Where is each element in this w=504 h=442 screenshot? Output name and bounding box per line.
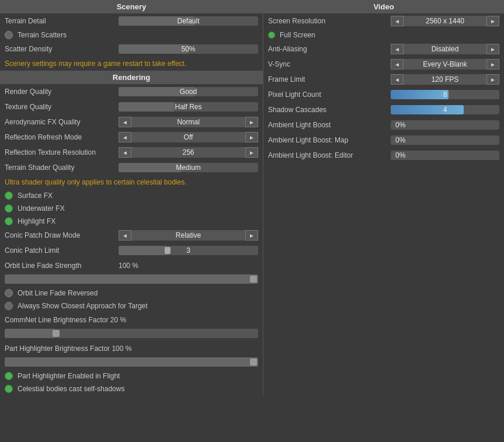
reflection-texture-control: ◄ 256 ► bbox=[119, 147, 258, 158]
v-sync-row: V-Sync ◄ Every V-Blank ► bbox=[263, 57, 504, 72]
scenery-warning: Scenery settings may require a game rest… bbox=[0, 57, 263, 71]
part-highlight-brightness-label: Part Highlighter Brightness Factor 100 % bbox=[5, 344, 258, 353]
video-header: Video bbox=[263, 0, 504, 13]
pixel-light-label: Pixel Light Count bbox=[268, 91, 391, 99]
rendering-header: Rendering bbox=[0, 71, 263, 84]
part-highlight-slider-row bbox=[0, 356, 263, 370]
part-highlight-brightness-row: Part Highlighter Brightness Factor 100 % bbox=[0, 341, 263, 356]
reflection-refresh-value: Off bbox=[131, 132, 245, 142]
frame-limit-value: 120 FPS bbox=[404, 74, 486, 85]
part-highlighter-enabled-toggle[interactable] bbox=[5, 372, 13, 380]
terrain-shader-value: Medium bbox=[176, 163, 201, 172]
pixel-light-row: Pixel Light Count 8 bbox=[263, 87, 504, 102]
texture-quality-control[interactable]: Half Res bbox=[119, 102, 258, 112]
conic-draw-value: Relative bbox=[131, 230, 245, 241]
part-highlight-track[interactable] bbox=[5, 357, 258, 367]
reflection-texture-right-btn[interactable]: ► bbox=[245, 147, 258, 158]
highlight-fx-toggle[interactable] bbox=[5, 217, 13, 225]
surface-fx-label: Surface FX bbox=[18, 192, 53, 200]
render-quality-value: Good bbox=[180, 88, 197, 96]
conic-draw-row: Conic Patch Draw Mode ◄ Relative ► bbox=[0, 228, 263, 243]
always-show-closest-label: Always Show Closest Approach for Target bbox=[18, 302, 148, 310]
reflection-refresh-right-btn[interactable]: ► bbox=[245, 132, 258, 142]
pixel-light-control: 8 bbox=[391, 90, 499, 99]
conic-draw-left-btn[interactable]: ◄ bbox=[119, 230, 131, 241]
ambient-boost-map-slider[interactable]: 0% bbox=[391, 135, 499, 145]
underwater-fx-label: Underwater FX bbox=[18, 204, 65, 213]
underwater-fx-row: Underwater FX bbox=[0, 202, 263, 215]
anti-aliasing-left-btn[interactable]: ◄ bbox=[391, 44, 404, 54]
ambient-boost-slider[interactable]: 0% bbox=[391, 120, 499, 130]
render-quality-control[interactable]: Good bbox=[119, 87, 258, 96]
terrain-shader-track: Medium bbox=[119, 163, 258, 172]
aerodynamic-fx-label: Aerodynamic FX Quality bbox=[5, 118, 119, 126]
terrain-shader-control[interactable]: Medium bbox=[119, 163, 258, 172]
shadow-cascades-slider[interactable]: 4 bbox=[391, 105, 499, 114]
orbit-fade-track[interactable] bbox=[5, 274, 258, 284]
commnet-brightness-label: CommNet Line Brightness Factor 20 % bbox=[5, 316, 258, 324]
anti-aliasing-row: Anti-Aliasing ◄ Disabled ► bbox=[263, 41, 504, 57]
aerodynamic-fx-row: Aerodynamic FX Quality ◄ Normal ► bbox=[0, 114, 263, 130]
ambient-boost-map-label: Ambient Light Boost: Map bbox=[268, 136, 391, 144]
conic-limit-value: 3 bbox=[119, 246, 258, 255]
conic-draw-right-btn[interactable]: ► bbox=[245, 230, 258, 241]
terrain-detail-control[interactable]: Default bbox=[119, 16, 258, 26]
aerodynamic-fx-control: ◄ Normal ► bbox=[119, 117, 258, 127]
reflection-texture-value: 256 bbox=[131, 147, 245, 158]
screen-res-right-btn[interactable]: ► bbox=[486, 16, 499, 26]
reflection-refresh-left-btn[interactable]: ◄ bbox=[119, 132, 131, 142]
orbit-fade-slider-row bbox=[0, 273, 263, 287]
v-sync-right-btn[interactable]: ► bbox=[486, 59, 499, 69]
orbit-reversed-toggle[interactable] bbox=[5, 289, 13, 297]
orbit-fade-label: Orbit Line Fade Strength bbox=[5, 262, 119, 270]
ambient-boost-editor-slider[interactable]: 0% bbox=[391, 151, 499, 160]
terrain-scatters-toggle[interactable] bbox=[5, 31, 13, 39]
ambient-boost-map-control: 0% bbox=[391, 135, 499, 145]
frame-limit-right-btn[interactable]: ► bbox=[486, 74, 499, 85]
terrain-detail-row: Terrain Detail Default bbox=[0, 13, 263, 29]
pixel-light-slider[interactable]: 8 bbox=[391, 90, 499, 99]
ambient-boost-map-value: 0% bbox=[391, 135, 499, 145]
aerodynamic-fx-right-btn[interactable]: ► bbox=[245, 117, 258, 127]
pixel-light-value: 8 bbox=[391, 90, 499, 99]
conic-limit-label: Conic Patch Limit bbox=[5, 246, 119, 255]
conic-limit-slider[interactable]: 3 bbox=[119, 246, 258, 255]
frame-limit-label: Frame Limit bbox=[268, 75, 391, 83]
v-sync-left-btn[interactable]: ◄ bbox=[391, 59, 404, 69]
screen-resolution-label: Screen Resolution bbox=[268, 17, 391, 25]
terrain-shader-label: Terrain Shader Quality bbox=[5, 163, 119, 172]
texture-quality-value: Half Res bbox=[175, 103, 201, 111]
anti-aliasing-control: ◄ Disabled ► bbox=[391, 44, 499, 54]
terrain-detail-label: Terrain Detail bbox=[5, 17, 119, 25]
ultra-warning: Ultra shader quality only applies to cer… bbox=[0, 175, 263, 189]
anti-aliasing-right-btn[interactable]: ► bbox=[486, 44, 499, 54]
shadow-cascades-control: 4 bbox=[391, 105, 499, 114]
reflection-texture-left-btn[interactable]: ◄ bbox=[119, 147, 131, 158]
full-screen-toggle[interactable] bbox=[268, 32, 275, 39]
surface-fx-row: Surface FX bbox=[0, 189, 263, 202]
highlight-fx-row: Highlight FX bbox=[0, 215, 263, 228]
shadow-cascades-label: Shadow Cascades bbox=[268, 106, 391, 114]
screen-res-left-btn[interactable]: ◄ bbox=[391, 16, 404, 26]
surface-fx-toggle[interactable] bbox=[5, 192, 13, 200]
reflection-refresh-control: ◄ Off ► bbox=[119, 132, 258, 142]
conic-draw-label: Conic Patch Draw Mode bbox=[5, 231, 119, 239]
ambient-boost-row: Ambient Light Boost 0% bbox=[263, 117, 504, 133]
texture-quality-track: Half Res bbox=[119, 102, 258, 112]
reflection-refresh-row: Reflection Refresh Mode ◄ Off ► bbox=[0, 130, 263, 145]
ambient-boost-control: 0% bbox=[391, 120, 499, 130]
render-quality-track: Good bbox=[119, 87, 258, 96]
underwater-fx-toggle[interactable] bbox=[5, 204, 13, 213]
aerodynamic-fx-left-btn[interactable]: ◄ bbox=[119, 117, 131, 127]
conic-limit-row: Conic Patch Limit 3 bbox=[0, 243, 263, 258]
always-show-closest-toggle[interactable] bbox=[5, 302, 13, 310]
ambient-boost-label: Ambient Light Boost bbox=[268, 121, 391, 129]
frame-limit-row: Frame Limit ◄ 120 FPS ► bbox=[263, 72, 504, 87]
commnet-track[interactable] bbox=[5, 329, 258, 338]
celestial-shadows-toggle[interactable] bbox=[5, 385, 13, 393]
v-sync-value: Every V-Blank bbox=[404, 59, 486, 69]
scatter-density-slider[interactable]: 50% bbox=[119, 44, 258, 54]
scatter-density-label: Scatter Density bbox=[5, 45, 119, 53]
v-sync-control: ◄ Every V-Blank ► bbox=[391, 59, 499, 69]
frame-limit-left-btn[interactable]: ◄ bbox=[391, 74, 404, 85]
